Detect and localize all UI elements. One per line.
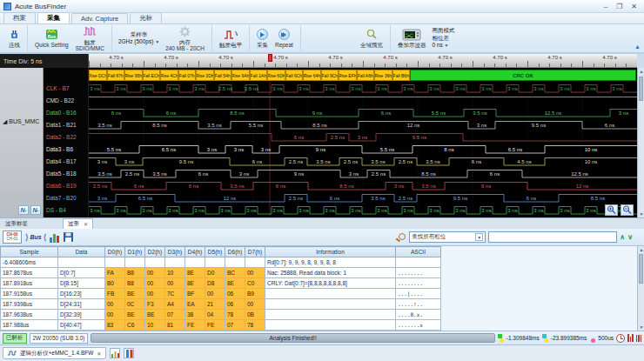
- table-header[interactable]: ASCII: [396, 247, 441, 257]
- trigger-button[interactable]: 触发 SDIO/MMC: [72, 25, 108, 52]
- channel-label[interactable]: CMD - B22: [44, 94, 88, 106]
- sample-rate-control[interactable]: 采样率 2GHz (500ps) ▼: [116, 31, 162, 46]
- cursor-a-marker[interactable]: [498, 334, 504, 343]
- table-header[interactable]: Information: [265, 247, 396, 257]
- channel-label[interactable]: CLK - B7: [44, 82, 88, 94]
- connect-button[interactable]: 连线: [5, 28, 23, 48]
- table-header[interactable]: Data: [58, 247, 105, 257]
- global-preview-button[interactable]: 全域预览: [357, 28, 386, 48]
- decode-segment[interactable]: Fall 87h: [107, 70, 125, 81]
- clock-icon[interactable]: [616, 334, 625, 343]
- trigger-level-button[interactable]: V 触发电平: [216, 28, 245, 48]
- crc-ok-segment[interactable]: CRC OK: [410, 70, 636, 81]
- label-edit-icon[interactable]: N▪: [30, 205, 41, 215]
- search-field-dropdown[interactable]: 查找所有栏位 ▼: [409, 231, 486, 243]
- decode-table[interactable]: SampleDataD0(h)D1(h)D2(h)D3(h)D4(h)D5(h)…: [0, 246, 441, 331]
- collapse-ribbon-icon[interactable]: ▲: [634, 43, 641, 50]
- decode-segment[interactable]: Fall B6h: [392, 70, 411, 81]
- table-header[interactable]: D1(h): [125, 247, 145, 257]
- table-scrollbar[interactable]: ▲ ▼: [637, 246, 644, 331]
- table-header[interactable]: Sample: [1, 247, 58, 257]
- tab-waveform[interactable]: 波形 ✕: [63, 218, 93, 229]
- channel-label[interactable]: Data6 - B19: [44, 179, 88, 191]
- close-icon[interactable]: ✕: [97, 351, 101, 357]
- decode-segment[interactable]: Rise EFh: [339, 70, 357, 81]
- decode-segment[interactable]: Rise 4Ch: [160, 70, 178, 81]
- decode-segment[interactable]: Rise DCh: [89, 70, 107, 81]
- channel-label[interactable]: DS - B4: [44, 204, 88, 216]
- label-add-icon[interactable]: N▪: [18, 205, 29, 215]
- channel-select-button[interactable]: CH-00CH-01: [3, 231, 22, 244]
- measure-icon[interactable]: [627, 334, 634, 342]
- statistics-icon[interactable]: [50, 232, 59, 243]
- table-header[interactable]: D6(h): [225, 247, 245, 257]
- report-icon[interactable]: [110, 348, 120, 358]
- bus-tree-item[interactable]: ◢ BUS_MMC: [3, 118, 39, 125]
- search-next-icon[interactable]: ∨: [627, 234, 633, 241]
- time-ruler[interactable]: 4.70 s4.70 s4.70 s4.70 s4.70 s4.70 s4.70…: [89, 54, 637, 68]
- waveform-scrollbar[interactable]: ▲ ▼: [637, 68, 644, 217]
- ribbon-tab[interactable]: 档案: [3, 12, 36, 23]
- channel-label[interactable]: Data4 - B17: [44, 155, 88, 167]
- decode-segment[interactable]: Fall 07h: [178, 70, 197, 81]
- table-row[interactable]: 187.8678usD[0:7]FAB800108ED0BC00Nac: 258…: [1, 268, 441, 278]
- zoom-out-icon[interactable]: [621, 204, 634, 216]
- ribbon-tab[interactable]: 光标: [130, 12, 162, 23]
- channel-label[interactable]: Data3 - B6: [44, 143, 88, 155]
- decode-segment[interactable]: Rise 64h: [303, 70, 321, 81]
- ribbon-tab[interactable]: Adv. Capture: [71, 13, 128, 23]
- table-row[interactable]: 187.8918usD[8:15]B0B800008ED88EC0CRLY: D…: [1, 278, 441, 289]
- table-row[interactable]: 187.988usD[40:47]83C61081FEFE0778.......…: [1, 320, 441, 331]
- close-button[interactable]: ✕: [631, 3, 637, 10]
- waveform-area[interactable]: Rise DChFall 87hRise 95hFall EChRise 4Ch…: [89, 68, 637, 217]
- quick-setting-button[interactable]: Bus Quick Setting: [31, 28, 72, 48]
- channel-label[interactable]: Data1 - B21: [44, 118, 88, 130]
- tab-workspace[interactable]: 逻辑分析仪+eMMC_1.4.BFW ✕: [3, 347, 106, 359]
- channel-label[interactable]: Data2 - B22: [44, 130, 88, 143]
- table-header[interactable]: D2(h): [145, 247, 165, 257]
- table-header[interactable]: D4(h): [185, 247, 205, 257]
- probe-icon[interactable]: [124, 348, 134, 358]
- scrollbar-thumb[interactable]: [639, 77, 643, 101]
- phase-value[interactable]: 0 ns ▼: [432, 42, 454, 49]
- decode-segment[interactable]: Rise 6Dh: [267, 70, 285, 81]
- decode-segment[interactable]: Fall A6h: [357, 70, 375, 81]
- decode-segment[interactable]: Rise 9Ah: [231, 70, 250, 81]
- repeat-button[interactable]: Repeat: [272, 28, 297, 48]
- table-header[interactable]: D0(h): [105, 247, 125, 257]
- zoom-in-icon[interactable]: [605, 204, 618, 216]
- decode-segment[interactable]: Fall 1Ah: [250, 70, 268, 81]
- channel-label[interactable]: Data0 - B16: [44, 106, 88, 118]
- search-input[interactable]: [488, 231, 617, 243]
- table-row[interactable]: 187.9638usD[32:39]00BEBE073804780B....8.…: [1, 310, 441, 320]
- decode-segment[interactable]: Fall ECh: [143, 70, 161, 81]
- table-row[interactable]: -6.408606msRd[0:7]: 9, 9, 9, 8, 9, 9, 8,…: [1, 257, 441, 268]
- decode-segment[interactable]: Fall 54h: [214, 70, 232, 81]
- search-prev-icon[interactable]: ∧: [620, 234, 625, 241]
- channel-label[interactable]: Data7 - B20: [44, 191, 88, 204]
- scroll-up-icon[interactable]: ▲: [638, 68, 644, 75]
- table-header[interactable]: D3(h): [165, 247, 185, 257]
- ribbon-tab[interactable]: 采集: [37, 12, 70, 23]
- stack-oscilloscope-button[interactable]: 叠加示波器: [394, 28, 430, 48]
- waveform-canvas[interactable]: 3 ns3 ns3 ns3 ns3 ns2.5 ns3.5 ns3 ns3 ns…: [89, 82, 637, 216]
- cursor-c-marker[interactable]: [589, 334, 595, 343]
- table-header[interactable]: D7(h): [245, 247, 265, 257]
- decode-segment[interactable]: Rise 3Dh: [196, 70, 214, 81]
- capture-button[interactable]: 采集: [253, 28, 272, 48]
- decode-segment[interactable]: Rise 95h: [124, 70, 143, 81]
- table-row[interactable]: 187.9398usD[24:31]000CF3A4EA210600.....!…: [1, 299, 441, 310]
- save-report-button[interactable]: [63, 231, 74, 243]
- bus-decode-button[interactable]: ⟩ Bus ⟨: [25, 233, 46, 242]
- maximize-button[interactable]: ❐: [616, 3, 622, 10]
- scroll-down-icon[interactable]: ▼: [638, 211, 644, 217]
- memory-control[interactable]: 内存 240 MB - 20CH: [162, 25, 208, 52]
- ruler-icon[interactable]: [636, 334, 642, 342]
- table-row[interactable]: 187.9158usD[16:23]FBBE007CBF0006B9...|..…: [1, 289, 441, 299]
- channel-label[interactable]: Data5 - B18: [44, 167, 88, 179]
- decode-segment[interactable]: Fall 9Ch: [321, 70, 339, 81]
- close-icon[interactable]: ✕: [84, 221, 88, 227]
- decode-segment[interactable]: Rise 36h: [374, 70, 392, 81]
- table-header[interactable]: D5(h): [205, 247, 225, 257]
- decode-segment[interactable]: Fall 6Ch: [285, 70, 304, 81]
